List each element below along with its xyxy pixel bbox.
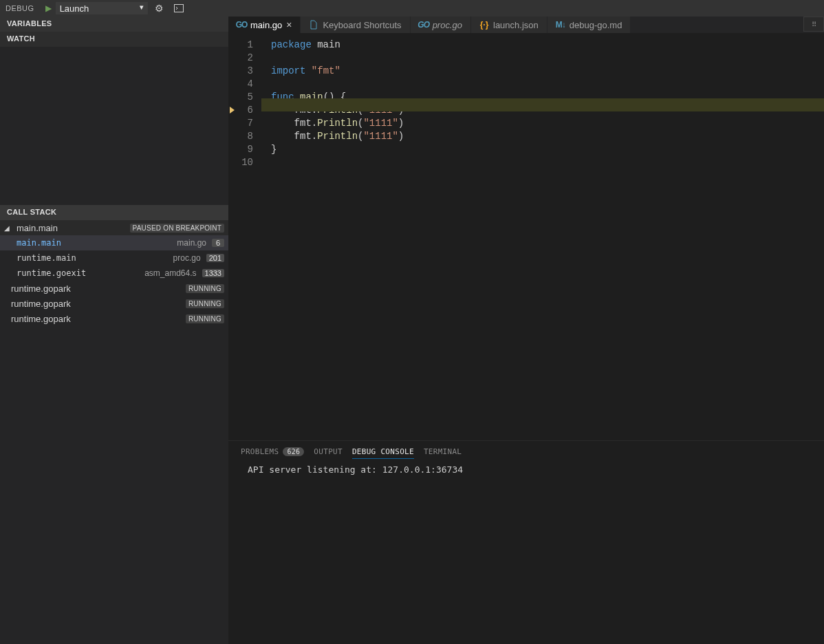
tab-terminal[interactable]: TERMINAL [424, 444, 462, 459]
line-number: 7 [228, 117, 261, 130]
frame-source: asm_amd64.s [144, 268, 196, 278]
line-number: 2 [228, 52, 261, 65]
debug-start-group: ▶ Launch [45, 2, 148, 14]
stack-frame-row[interactable]: runtime.mainproc.go201 [0, 250, 228, 266]
line-number: 8 [228, 130, 261, 143]
line-number: 4 [228, 78, 261, 91]
tab-debug-console[interactable]: DEBUG CONSOLE [352, 444, 414, 459]
gear-icon[interactable]: ⚙ [152, 1, 167, 15]
svg-rect-0 [174, 5, 183, 12]
go-file-icon: GO [419, 20, 429, 30]
frame-name: main.main [4, 238, 174, 248]
line-number: 5 [228, 91, 261, 104]
tab-output[interactable]: OUTPUT [314, 444, 343, 459]
current-execution-pointer-icon [230, 107, 235, 114]
markdown-file-icon: M↓ [556, 20, 565, 30]
line-number: 10 [228, 156, 261, 169]
file-icon [309, 20, 318, 30]
tab-label: main.go [250, 20, 282, 30]
thread-name: runtime.gopark [10, 314, 186, 324]
editor-tab[interactable]: M↓debug-go.md [547, 17, 631, 33]
thread-name: main.main [15, 223, 127, 233]
chevron-down-icon: ◢ [4, 224, 12, 232]
tab-label: debug-go.md [570, 20, 622, 30]
current-line-highlight [261, 98, 824, 111]
frame-line-badge: 1333 [202, 269, 224, 277]
editor-tab[interactable]: GOmain.go× [228, 17, 301, 33]
callstack-thread-row[interactable]: ◢ main.main PAUSED ON BREAKPOINT [0, 220, 228, 235]
go-file-icon: GO [237, 20, 246, 30]
thread-name: runtime.gopark [10, 283, 186, 294]
frame-line-badge: 201 [206, 254, 224, 262]
problems-count-badge: 626 [283, 447, 304, 456]
debug-sidebar: VARIABLES WATCH CALL STACK ◢ main.main P… [0, 17, 228, 644]
code-content[interactable]: package main import "fmt" func main() { … [261, 33, 824, 440]
callstack-section-header[interactable]: CALL STACK [0, 205, 228, 220]
debug-label: DEBUG [6, 4, 34, 12]
debug-config-select[interactable]: Launch [56, 2, 148, 14]
frame-line-badge: 6 [212, 239, 224, 247]
thread-name: runtime.gopark [10, 299, 186, 309]
editor-tab[interactable]: {·}launch.json [471, 17, 547, 33]
debug-console-icon[interactable] [171, 1, 186, 15]
thread-state-badge: RUNNING [186, 284, 224, 293]
debug-console-output[interactable]: API server listening at: 127.0.0.1:36734 [228, 462, 824, 477]
tab-label: proc.go [433, 20, 462, 30]
thread-state-badge: PAUSED ON BREAKPOINT [130, 224, 224, 233]
tab-label: Keyboard Shortcuts [323, 20, 401, 30]
line-number: 3 [228, 65, 261, 78]
thread-state-badge: RUNNING [186, 314, 224, 323]
frame-name: runtime.goexit [4, 268, 142, 278]
console-line: API server listening at: 127.0.0.1:36734 [248, 464, 812, 475]
watch-section-header[interactable]: WATCH [0, 32, 228, 47]
frame-name: runtime.main [4, 253, 171, 263]
panel-tab-bar: PROBLEMS 626 OUTPUT DEBUG CONSOLE TERMIN… [228, 441, 824, 462]
bottom-panel: PROBLEMS 626 OUTPUT DEBUG CONSOLE TERMIN… [228, 440, 824, 644]
tab-label: launch.json [493, 20, 539, 30]
frame-source: main.go [177, 238, 206, 248]
minimap-handle[interactable]: ⠿ [803, 17, 824, 32]
callstack-thread-row[interactable]: runtime.goparkRUNNING [0, 281, 228, 296]
thread-state-badge: RUNNING [186, 299, 224, 308]
tab-problems[interactable]: PROBLEMS 626 [241, 444, 304, 459]
play-icon[interactable]: ▶ [45, 3, 52, 13]
editor-tab[interactable]: GOproc.go [411, 17, 471, 33]
json-file-icon: {·} [479, 20, 489, 30]
editor-tab[interactable]: Keyboard Shortcuts [301, 17, 410, 33]
close-icon[interactable]: × [286, 19, 292, 30]
debug-toolbar: DEBUG ▶ Launch ⚙ [0, 0, 824, 17]
line-number: 1 [228, 39, 261, 52]
variables-section-header[interactable]: VARIABLES [0, 17, 228, 32]
stack-frame-row[interactable]: main.mainmain.go6 [0, 235, 228, 250]
line-number-gutter: 12345678910 [228, 33, 261, 440]
frame-source: proc.go [173, 253, 201, 263]
line-number: 9 [228, 143, 261, 156]
callstack-thread-row[interactable]: runtime.goparkRUNNING [0, 311, 228, 326]
code-editor[interactable]: 12345678910 package main import "fmt" fu… [228, 33, 824, 440]
callstack-thread-row[interactable]: runtime.goparkRUNNING [0, 296, 228, 311]
editor-tab-bar: GOmain.go×Keyboard ShortcutsGOproc.go{·}… [228, 17, 824, 33]
stack-frame-row[interactable]: runtime.goexitasm_amd64.s1333 [0, 266, 228, 281]
editor-area: GOmain.go×Keyboard ShortcutsGOproc.go{·}… [228, 17, 824, 644]
